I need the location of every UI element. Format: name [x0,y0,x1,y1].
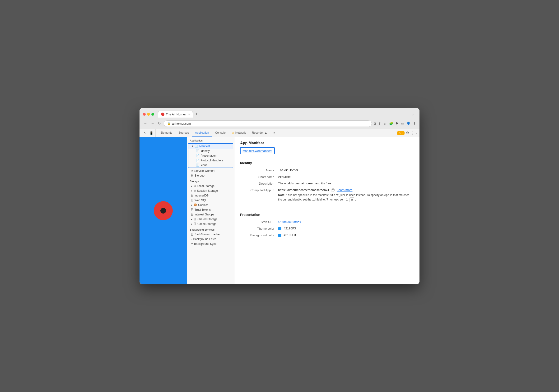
web-sql-icon: 🗄 [191,199,193,202]
tab-console[interactable]: Console [212,129,228,136]
session-storage-arrow: ▶ [191,190,192,192]
traffic-light-red[interactable] [143,113,146,116]
interest-groups-icon: 🗄 [191,213,193,216]
shared-storage-icon: 🗄 [194,218,196,221]
sidebar-item-cookies[interactable]: ▶ 🍪 Cookies [187,203,234,207]
device-icon[interactable]: 📱 [148,131,154,135]
manifest-link-box: manifest.webmanifest [240,147,275,154]
sidebar-item-storage-top[interactable]: 🗄 Storage [187,173,234,178]
sidebar-item-shared-storage[interactable]: ▶ 🗄 Shared Storage [187,217,234,222]
open-tab-icon[interactable]: ⧉ [374,122,376,126]
lock-icon: 🔒 [167,122,171,125]
manifest-arrow: ▼ [191,145,194,147]
sidebar-item-web-sql[interactable]: 🗄 Web SQL [187,198,234,203]
sidebar-item-identity[interactable]: 📄 Identity [188,149,233,153]
tab-more[interactable]: » [270,129,278,136]
sidebar-item-protocol-handlers[interactable]: 📄 Protocol Handlers [188,158,233,163]
sidebar-item-background-sync[interactable]: ↻ Background Sync [187,241,234,246]
identity-section: Identity Name The Air Horner Short name … [234,157,419,209]
tab-recorder[interactable]: Recorder ▲ [249,129,270,136]
window-controls-chevron: ⌄ [410,111,416,117]
sidebar-item-presentation[interactable]: 📄 Presentation [188,153,233,158]
local-storage-arrow: ▶ [191,185,192,187]
network-warning-icon: ⚠ [232,131,234,134]
flag-icon[interactable]: ⚑ [396,122,399,125]
airhorn-icon [154,201,173,220]
shared-storage-arrow: ▶ [191,218,192,220]
start-url-link[interactable]: /?homescreen=1 [278,220,301,223]
sidebar-item-icons[interactable]: 📄 Icons [188,163,233,168]
field-label-start-url: Start URL [240,220,278,224]
devtools-body: Application ▼ 📄 Manifest 📄 Identity 📄 P [140,137,419,284]
field-label-description: Description [240,182,278,185]
app-manifest-title: App Manifest [240,141,414,145]
field-value-description: The world's best airhorner, and it's fre… [278,182,414,185]
refresh-button[interactable]: ↻ [157,121,162,126]
share-icon[interactable]: ⬆ [378,122,381,125]
app-manifest-header: App Manifest manifest.webmanifest [234,137,419,157]
sidebar-item-service-workers[interactable]: ⚙ Service Workers [187,169,234,173]
devtools-more-icon[interactable]: ⋮ [410,131,414,135]
devtools-sidebar: Application ▼ 📄 Manifest 📄 Identity 📄 P [187,137,234,284]
computed-app-id-help-icon[interactable]: ? [331,188,335,192]
tab-elements[interactable]: Elements [158,129,175,136]
tab-title: The Air Horner [166,113,186,116]
bookmark-icon[interactable]: ☆ [384,122,387,125]
devtools-actions: ⚠ 2 ⚙ ⋮ × [397,131,418,135]
tab-favicon [161,113,164,116]
copy-button[interactable]: ⧉ [349,197,354,202]
new-tab-button[interactable]: + [194,112,199,117]
manifest-group: ▼ 📄 Manifest 📄 Identity 📄 Presentation 📄 [188,143,233,168]
menu-icon[interactable]: ⋮ [413,122,416,125]
browser-chrome: The Air Horner × + ⌄ ← → ↻ 🔒 airhorner.c… [140,108,419,129]
sidebar-item-interest-groups[interactable]: 🗄 Interest Groups [187,212,234,217]
address-bar[interactable]: 🔒 airhorner.com [164,120,372,127]
devtools-tabs: ↖ 📱 Elements Sources Application Console… [140,129,419,137]
cookies-icon: 🍪 [194,203,197,206]
storage-top-icon: 🗄 [191,174,193,177]
field-value-start-url: /?homescreen=1 [278,220,414,224]
application-section-header: Application [187,137,234,143]
sidebar-item-background-fetch[interactable]: ↕ Background Fetch [187,237,234,241]
cursor-icon[interactable]: ↖ [142,131,147,135]
bg-services-header: Background Services [187,226,234,232]
sidebar-item-session-storage[interactable]: ▶ ⊞ Session Storage [187,188,234,193]
manifest-file-icon: 📄 [195,145,198,148]
sidebar-item-trust-tokens[interactable]: 🗄 Trust Tokens [187,207,234,212]
back-button[interactable]: ← [143,121,148,126]
background-color-swatch[interactable] [278,234,281,237]
devtools-close-icon[interactable]: × [415,131,418,135]
browser-page-preview [140,137,187,284]
tab-application[interactable]: Application [192,129,212,136]
field-background-color: Background color #2196F3 [240,233,414,237]
extensions-icon[interactable]: 🧩 [389,122,393,125]
tab-network[interactable]: ⚠ Network [229,129,249,136]
sidebar-item-back-forward-cache[interactable]: 🗄 Back/forward cache [187,232,234,237]
sidebar-item-cache-storage[interactable]: ▶ 🗄 Cache Storage [187,222,234,226]
traffic-light-green[interactable] [151,113,154,116]
icons-file-icon: 📄 [196,163,199,167]
sidebar-item-indexed-db[interactable]: 🗄 IndexedDB [187,193,234,198]
forward-button[interactable]: → [150,121,155,126]
field-name: Name The Air Horner [240,168,414,172]
warning-badge: ⚠ 2 [397,131,405,135]
learn-more-link[interactable]: Learn more [337,188,352,192]
address-bar-row: ← → ↻ 🔒 airhorner.com ⧉ ⬆ ☆ 🧩 ⚑ ▭ 👤 ⋮ [140,119,419,129]
sidebar-item-local-storage[interactable]: ▶ ⊞ Local Storage [187,184,234,188]
cache-storage-icon: 🗄 [194,223,196,225]
devtools: ↖ 📱 Elements Sources Application Console… [140,129,419,284]
presentation-file-icon: 📄 [196,154,199,157]
cache-storage-arrow: ▶ [191,223,192,225]
field-value-theme-color: #2196F3 [278,227,414,230]
field-description: Description The world's best airhorner, … [240,182,414,185]
traffic-light-yellow[interactable] [147,113,150,116]
sidebar-item-manifest[interactable]: ▼ 📄 Manifest [188,144,233,149]
profile-icon[interactable]: 👤 [406,122,410,125]
browser-tab[interactable]: The Air Horner × [158,111,193,117]
tab-sources[interactable]: Sources [176,129,192,136]
settings-icon[interactable]: ⚙ [406,131,409,135]
theme-color-swatch[interactable] [278,227,281,230]
tab-close-button[interactable]: × [188,113,190,116]
manifest-link[interactable]: manifest.webmanifest [242,149,272,153]
split-view-icon[interactable]: ▭ [401,122,404,125]
